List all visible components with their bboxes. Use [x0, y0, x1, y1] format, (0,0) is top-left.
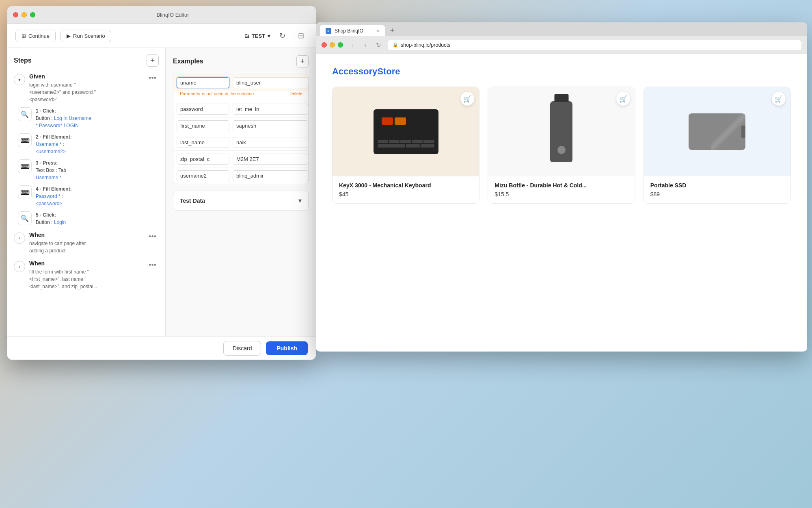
publish-button[interactable]: Publish — [266, 341, 308, 355]
product-img-ssd: 🛒 — [644, 87, 790, 176]
play-icon: ▶ — [67, 33, 71, 39]
store-brand: AccessoryStore — [332, 66, 791, 77]
test-data-title: Test Data — [180, 198, 205, 204]
close-button[interactable] — [13, 12, 18, 17]
when2-group-content: When fill the form with first name "<fir… — [29, 260, 142, 290]
add-to-cart-keyboard[interactable]: 🛒 — [460, 92, 474, 106]
product-img-keyboard: 🛒 — [333, 87, 479, 176]
test-data-header[interactable]: Test Data ▾ — [173, 191, 308, 210]
given-more-button[interactable]: ••• — [146, 73, 159, 83]
step-item-3: ⌨ 3 - Press: Text Box : TabUsername * — [14, 159, 159, 181]
store-name-bold: Store — [377, 66, 400, 76]
step-1-text: 1 - Click: Button : Log In Username* Pas… — [36, 107, 91, 129]
param-error-text: Parameter is not used in the scenario — [177, 91, 257, 98]
example-val-first-name[interactable] — [233, 120, 308, 131]
add-to-cart-bottle[interactable]: 🛒 — [616, 92, 630, 106]
product-card-ssd[interactable]: 🛒 Portable SSD $89 — [644, 87, 791, 204]
examples-panel: Examples + 🗑 Parameter is not used in th… — [166, 48, 316, 360]
traffic-lights — [13, 12, 35, 17]
refresh-button[interactable]: ↻ — [275, 29, 289, 43]
step-5-text: 5 - Click: Button : Login — [36, 211, 66, 226]
editor-window-title: BlinqIO Editor — [35, 12, 310, 18]
project-selector[interactable]: 🗂 TEST ▾ — [244, 33, 270, 39]
editor-titlebar: BlinqIO Editor — [7, 6, 316, 24]
given-desc: login with username "<username2>" and pa… — [29, 81, 142, 103]
step-group-when1: › When navigate to cart page afteradding… — [14, 232, 159, 254]
when1-more-button[interactable]: ••• — [146, 232, 159, 242]
example-row-zip: 🗑 — [173, 151, 308, 167]
layout-button[interactable]: ⊟ — [294, 29, 308, 43]
example-key-zip[interactable] — [177, 154, 229, 165]
ssd-container — [689, 113, 745, 150]
product-price-ssd: $89 — [650, 191, 784, 198]
store-name-regular: Accessory — [332, 66, 377, 76]
tab-favicon: B — [326, 28, 331, 34]
example-val-zip[interactable] — [233, 154, 308, 165]
when2-label: When — [29, 260, 142, 267]
run-scenario-button[interactable]: ▶ Run Scenario — [60, 30, 111, 42]
tab-close-button[interactable]: × — [376, 28, 379, 34]
example-row-username2: 🗑 — [173, 167, 308, 184]
browser-content: AccessoryStore 🛒 — [316, 54, 807, 352]
forward-button[interactable]: › — [360, 40, 371, 50]
browser-titlebar: ‹ › ↻ 🔒 shop-blinq.io/products — [316, 36, 807, 54]
step-4-icon: ⌨ — [18, 185, 32, 199]
example-key-last-name[interactable] — [177, 137, 229, 148]
continue-button[interactable]: ⊞ Continue — [15, 30, 56, 42]
given-chevron-button[interactable]: ▾ — [14, 74, 25, 85]
example-key-password[interactable] — [177, 104, 229, 115]
example-key-username2[interactable] — [177, 170, 229, 181]
keyboard-visual — [374, 109, 438, 154]
product-info-ssd: Portable SSD $89 — [644, 176, 790, 203]
step-4-text: 4 - Fill Element: Password * :<password> — [36, 185, 72, 207]
editor-bottom-bar: Discard Publish — [7, 336, 316, 360]
add-step-button[interactable]: + — [147, 54, 159, 67]
step-group-when2: › When fill the form with first name "<f… — [14, 260, 159, 290]
maximize-button[interactable] — [30, 12, 35, 17]
product-name-bottle: Mizu Bottle - Durable Hot & Cold... — [495, 182, 628, 189]
new-tab-button[interactable]: + — [387, 25, 398, 36]
example-key-first-name[interactable] — [177, 120, 229, 131]
example-val-username2[interactable] — [233, 170, 308, 181]
project-chevron-icon: ▾ — [268, 33, 270, 39]
browser-tab-bar: B Shop BlinqIO × + — [316, 22, 807, 36]
product-card-bottle[interactable]: 🛒 Mizu Bottle - Durable Hot & Cold... $1… — [488, 87, 635, 204]
example-val-password[interactable] — [233, 104, 308, 115]
example-val-last-name[interactable] — [233, 137, 308, 148]
product-price-keyboard: $45 — [339, 191, 473, 198]
when1-group-content: When navigate to cart page afteradding a… — [29, 232, 142, 254]
browser-maximize-button[interactable] — [338, 42, 343, 48]
browser-minimize-button[interactable] — [330, 42, 335, 48]
when1-label: When — [29, 232, 142, 238]
product-info-keyboard: KeyX 3000 - Mechanical Keyboard $45 — [333, 176, 479, 203]
add-example-button[interactable]: + — [296, 55, 309, 67]
browser-window: B Shop BlinqIO × + ‹ › ↻ 🔒 shop-blinq.io… — [316, 22, 807, 352]
editor-window: BlinqIO Editor ⊞ Continue ▶ Run Scenario… — [7, 6, 316, 360]
step-3-text: 3 - Press: Text Box : TabUsername * — [36, 159, 66, 181]
steps-title: Steps — [14, 57, 32, 64]
example-val-uname[interactable] — [233, 77, 308, 88]
when2-chevron-button[interactable]: › — [14, 261, 25, 272]
discard-button[interactable]: Discard — [223, 341, 261, 356]
example-row-last-name: 🗑 — [173, 134, 308, 151]
keyboard-accents — [382, 117, 406, 125]
step-2-icon: ⌨ — [18, 133, 32, 147]
url-text: shop-blinq.io/products — [401, 42, 450, 48]
example-key-uname[interactable] — [177, 77, 229, 88]
key-rows — [378, 140, 434, 148]
add-to-cart-ssd[interactable]: 🛒 — [772, 92, 786, 106]
product-card-keyboard[interactable]: 🛒 — [332, 87, 479, 204]
step-item-5: 🔍 5 - Click: Button : Login — [14, 211, 159, 226]
product-price-bottle: $15.5 — [495, 191, 628, 198]
browser-close-button[interactable] — [322, 42, 327, 48]
step-group-given: ▾ Given login with username "<username2>… — [14, 73, 159, 226]
browser-tab-active[interactable]: B Shop BlinqIO × — [320, 25, 385, 36]
minimize-button[interactable] — [22, 12, 27, 17]
step-2-text: 2 - Fill Element: Username * :<username2… — [36, 133, 72, 155]
refresh-nav-button[interactable]: ↻ — [373, 40, 384, 50]
back-button[interactable]: ‹ — [347, 40, 358, 50]
editor-body: Steps + ▾ Given login with username "<us… — [7, 48, 316, 360]
when2-more-button[interactable]: ••• — [146, 260, 159, 270]
url-bar[interactable]: 🔒 shop-blinq.io/products — [388, 40, 801, 50]
when1-chevron-button[interactable]: › — [14, 232, 25, 244]
